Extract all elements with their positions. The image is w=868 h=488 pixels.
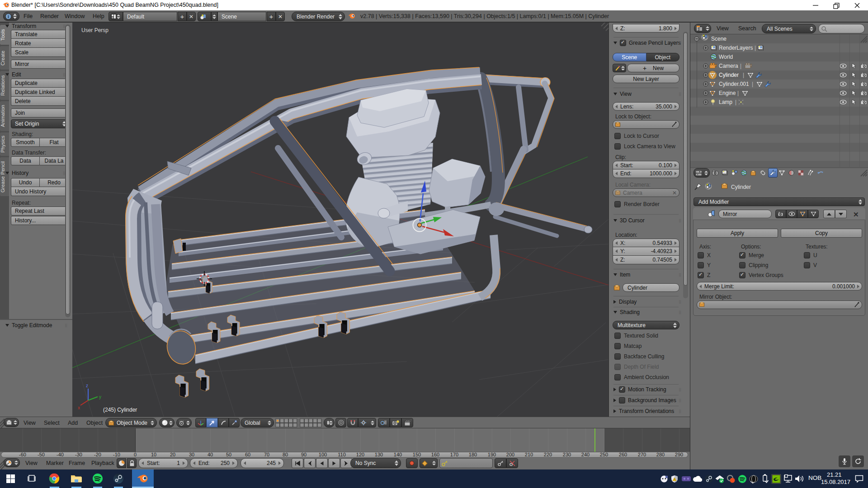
svg-text:x: x xyxy=(78,405,80,410)
svg-text:User Persp: User Persp xyxy=(81,27,108,33)
svg-text:i: i xyxy=(8,14,9,19)
svg-text:y: y xyxy=(99,394,101,399)
svg-text:z: z xyxy=(86,383,88,388)
svg-text:(245) Cylinder: (245) Cylinder xyxy=(103,407,137,413)
